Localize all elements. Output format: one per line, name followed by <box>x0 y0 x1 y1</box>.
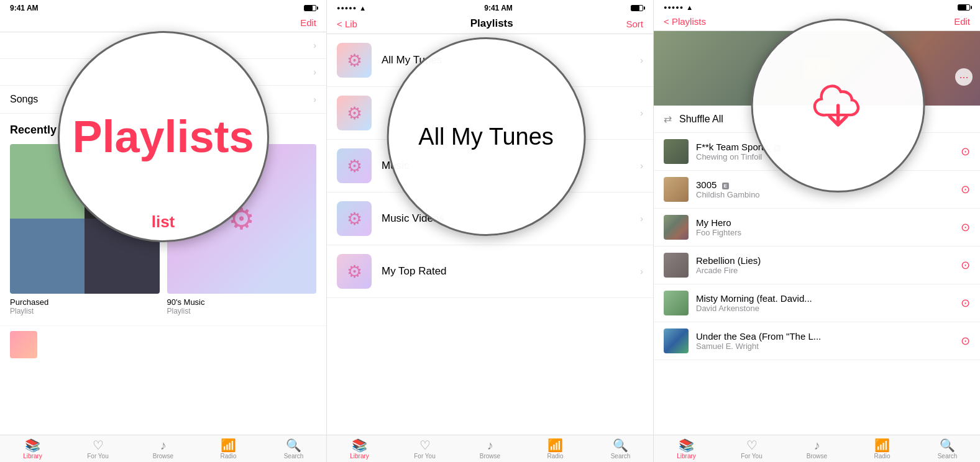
sort-button-2[interactable]: Sort <box>626 19 643 29</box>
search-icon-1: 🔍 <box>286 439 301 451</box>
p2-chevron-5: › <box>640 266 643 276</box>
download-cloud-icon <box>810 81 866 130</box>
tab-radio-label-2: Radio <box>547 453 563 460</box>
tab-library-1[interactable]: 📚 Library <box>0 439 65 460</box>
song-title-3: Rebellion (Lies) <box>696 255 953 266</box>
p2-chevron-4: › <box>640 214 643 224</box>
song-thumb-2 <box>664 215 689 240</box>
battery-icon-2 <box>631 5 643 11</box>
tab-bar-3: 📚 Library ♡ For You ♪ Browse 📶 Radio 🔍 S… <box>654 435 980 462</box>
nav-bar-1: Edit <box>0 15 326 32</box>
partial-art <box>10 331 37 358</box>
tab-browse-label-3: Browse <box>807 453 827 460</box>
all-my-tunes-text: All My Tunes <box>406 111 566 163</box>
song-thumb-4 <box>664 291 689 315</box>
magnify-content-1: Playlists <box>72 114 254 159</box>
p2-chevron-1: › <box>640 55 643 65</box>
magnify-partial-text-1: list <box>152 212 175 232</box>
cloud-download-svg <box>810 81 866 130</box>
tab-library-2[interactable]: 📚 Library <box>327 439 392 460</box>
panel-playlists: ●●●●● ▲ 9:41 AM < Lib Playlists Sort All… <box>327 0 654 462</box>
download-button-3[interactable]: ⊙ <box>961 258 970 272</box>
p2-list-item-5[interactable]: ⚙ My Top Rated › <box>327 245 653 298</box>
battery-icon-3 <box>958 4 970 11</box>
tab-search-2[interactable]: 🔍 Search <box>588 439 653 460</box>
song-row-3[interactable]: Rebellion (Lies) Arcade Fire ⊙ <box>654 247 980 284</box>
radio-icon-2: 📶 <box>547 439 563 451</box>
tab-library-label-1: Library <box>23 453 42 460</box>
p2-label-5: My Top Rated <box>382 265 630 278</box>
download-button-4[interactable]: ⊙ <box>961 296 970 310</box>
tab-radio-3[interactable]: 📶 Radio <box>849 439 915 460</box>
song-title-5: Under the Sea (From "The L... <box>696 331 953 342</box>
nav-bar-2: < Lib Playlists Sort <box>327 15 653 34</box>
more-button[interactable]: ··· <box>955 68 973 86</box>
library-icon-3: 📚 <box>679 439 694 451</box>
p2-chevron-3: › <box>640 161 643 171</box>
gear-icon-sm-4: ⚙ <box>347 209 362 229</box>
note-icon-3: ♪ <box>814 439 820 451</box>
signal-dots-2: ●●●●● <box>337 5 357 11</box>
status-bar-2: ●●●●● ▲ 9:41 AM <box>327 0 653 15</box>
song-row-5[interactable]: Under the Sea (From "The L... Samuel E. … <box>654 322 980 360</box>
chevron-icon-1: › <box>313 40 316 50</box>
tab-browse-1[interactable]: ♪ Browse <box>131 439 196 460</box>
song-row-2[interactable]: My Hero Foo Fighters ⊙ <box>654 209 980 247</box>
back-button-2[interactable]: < Lib <box>337 19 357 29</box>
tab-browse-3[interactable]: ♪ Browse <box>784 439 849 460</box>
download-button-1[interactable]: ⊙ <box>961 183 970 196</box>
90s-sub: Playlist <box>167 307 317 315</box>
tab-search-1[interactable]: 🔍 Search <box>261 439 326 460</box>
back-button-3[interactable]: < Playlists <box>664 16 706 27</box>
tab-foryou-2[interactable]: ♡ For You <box>392 439 457 460</box>
battery-icon-1 <box>304 5 316 11</box>
tab-library-3[interactable]: 📚 Library <box>654 439 719 460</box>
tab-radio-2[interactable]: 📶 Radio <box>523 439 588 460</box>
tab-search-3[interactable]: 🔍 Search <box>915 439 980 460</box>
songs-label: Songs <box>10 94 38 105</box>
edit-button-1[interactable]: Edit <box>300 17 316 28</box>
shuffle-label: Shuffle All <box>679 114 723 125</box>
search-icon-3: 🔍 <box>940 439 955 451</box>
download-button-0[interactable]: ⊙ <box>961 145 970 158</box>
nav-title-2: Playlists <box>470 17 513 30</box>
playlists-big-text: Playlists <box>72 114 254 159</box>
heart-icon-3: ♡ <box>746 439 758 451</box>
wifi-icon-2: ▲ <box>359 4 366 12</box>
download-button-5[interactable]: ⊙ <box>961 334 970 348</box>
edit-button-3[interactable]: Edit <box>954 16 970 27</box>
tab-foryou-1[interactable]: ♡ For You <box>65 439 131 460</box>
tab-browse-2[interactable]: ♪ Browse <box>457 439 523 460</box>
tab-foryou-3[interactable]: ♡ For You <box>719 439 784 460</box>
panel-library: 9:41 AM Edit Playlists list › › Songs › <box>0 0 327 462</box>
status-time-2: 9:41 AM <box>484 4 513 12</box>
song-title-2: My Hero <box>696 217 953 228</box>
tab-library-label-2: Library <box>350 453 369 460</box>
chevron-icon-2: › <box>313 67 316 77</box>
panel-playlist-detail: ●●●●● ▲ < Playlists Edit FF ··· <box>654 0 980 462</box>
tab-foryou-label-1: For You <box>87 453 108 460</box>
library-icon-2: 📚 <box>352 439 367 451</box>
battery-fill-3 <box>958 5 966 10</box>
status-icons-1 <box>304 5 316 11</box>
song-thumb-5 <box>664 328 689 353</box>
purchased-name: Purchased <box>10 297 160 307</box>
tab-radio-1[interactable]: 📶 Radio <box>196 439 261 460</box>
tab-foryou-label-2: For You <box>414 453 435 460</box>
wifi-icon-3: ▲ <box>686 4 693 11</box>
song-info-4: Misty Morning (feat. David... David Arke… <box>696 293 953 313</box>
download-button-2[interactable]: ⊙ <box>961 220 970 234</box>
90s-name: 90's Music <box>167 297 317 307</box>
status-time-1: 9:41 AM <box>10 4 39 12</box>
song-artist-2: Foo Fighters <box>696 228 953 237</box>
more-icon: ··· <box>959 71 968 84</box>
p2-chevron-2: › <box>640 108 643 118</box>
tab-search-label-2: Search <box>611 453 631 460</box>
gear-icon-sm-5: ⚙ <box>347 261 362 282</box>
battery-fill-2 <box>631 6 639 11</box>
tab-library-label-3: Library <box>677 453 696 460</box>
heart-icon-2: ♡ <box>419 439 431 451</box>
song-row-4[interactable]: Misty Morning (feat. David... David Arke… <box>654 284 980 322</box>
song-thumb-3 <box>664 253 689 278</box>
gear-icon-sm-1: ⚙ <box>347 50 362 71</box>
